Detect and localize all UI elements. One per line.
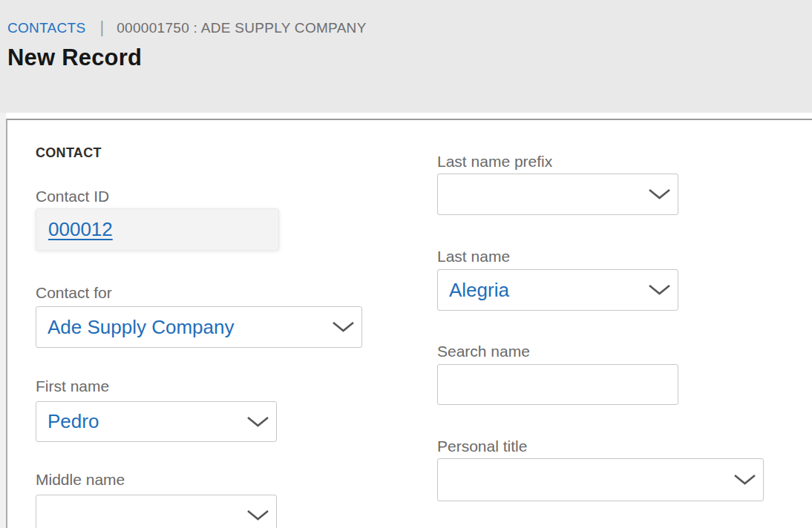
last-name-label: Last name [437, 246, 510, 266]
page-title: New Record [7, 44, 142, 71]
chevron-down-icon [733, 474, 756, 486]
first-name-field [36, 401, 277, 442]
contact-for-input[interactable] [36, 307, 361, 347]
search-name-field [437, 364, 678, 405]
personal-title-dropdown-button[interactable] [732, 469, 757, 491]
search-name-label: Search name [437, 341, 530, 361]
contact-id-link[interactable]: 000012 [48, 218, 113, 241]
personal-title-field [437, 458, 764, 501]
middle-name-field [36, 495, 277, 528]
contact-id-label: Contact ID [36, 186, 109, 206]
contact-form-panel: CONTACT Contact ID 000012 Contact for Fi… [6, 119, 812, 528]
contact-for-label: Contact for [36, 283, 112, 303]
chevron-down-icon [648, 284, 671, 296]
header-band: CONTACTS | 000001750 : ADE SUPPLY COMPAN… [0, 0, 812, 113]
breadcrumb-contacts-link[interactable]: CONTACTS [7, 18, 86, 38]
personal-title-input[interactable] [438, 459, 763, 501]
middle-name-input[interactable] [36, 495, 276, 528]
last-name-prefix-label: Last name prefix [437, 151, 552, 171]
left-gutter-strip [0, 113, 6, 528]
chevron-down-icon [246, 416, 269, 428]
middle-name-label: Middle name [36, 469, 125, 489]
middle-name-dropdown-button[interactable] [245, 504, 270, 527]
contact-id-field: 000012 [36, 208, 279, 251]
contact-for-dropdown-button[interactable] [330, 316, 356, 338]
first-name-input[interactable] [36, 402, 276, 441]
last-name-prefix-input[interactable] [438, 174, 678, 214]
section-header-contact: CONTACT [36, 145, 102, 161]
last-name-input[interactable] [438, 270, 678, 310]
breadcrumb-record-id: 000001750 : ADE SUPPLY COMPANY [117, 18, 366, 38]
last-name-field [437, 269, 678, 311]
first-name-dropdown-button[interactable] [245, 411, 270, 433]
chevron-down-icon [246, 509, 269, 521]
search-name-input[interactable] [438, 365, 678, 404]
chevron-down-icon [648, 188, 671, 200]
personal-title-label: Personal title [437, 436, 527, 456]
first-name-label: First name [36, 376, 109, 396]
breadcrumb: CONTACTS | 000001750 : ADE SUPPLY COMPAN… [7, 18, 367, 38]
last-name-prefix-field [437, 174, 678, 215]
last-name-prefix-dropdown-button[interactable] [646, 183, 672, 205]
contact-for-field [36, 306, 362, 348]
chevron-down-icon [332, 321, 355, 333]
last-name-dropdown-button[interactable] [646, 279, 672, 301]
breadcrumb-separator: | [100, 17, 105, 37]
